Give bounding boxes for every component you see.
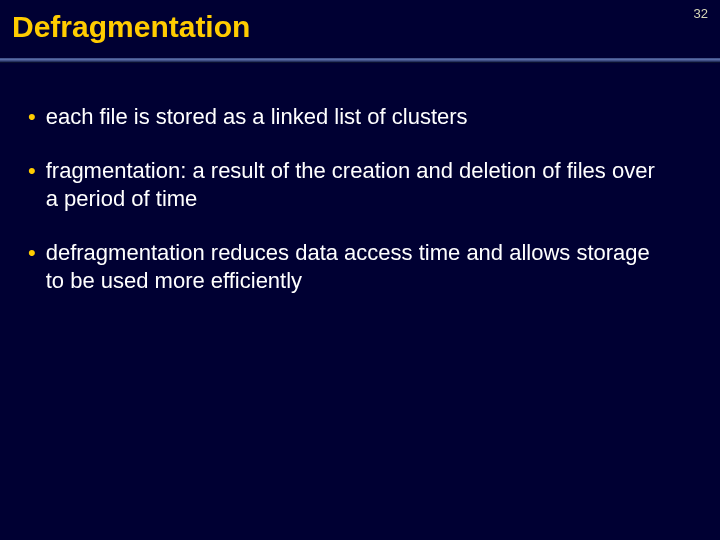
- bullet-text: fragmentation: a result of the creation …: [46, 157, 672, 213]
- slide-content: • each file is stored as a linked list o…: [0, 63, 720, 295]
- bullet-text: defragmentation reduces data access time…: [46, 239, 672, 295]
- list-item: • defragmentation reduces data access ti…: [28, 239, 672, 295]
- bullet-icon: •: [28, 239, 36, 267]
- list-item: • fragmentation: a result of the creatio…: [28, 157, 672, 213]
- bullet-icon: •: [28, 157, 36, 185]
- page-number: 32: [694, 6, 708, 21]
- list-item: • each file is stored as a linked list o…: [28, 103, 672, 131]
- slide-title: Defragmentation: [0, 0, 720, 44]
- bullet-text: each file is stored as a linked list of …: [46, 103, 468, 131]
- bullet-icon: •: [28, 103, 36, 131]
